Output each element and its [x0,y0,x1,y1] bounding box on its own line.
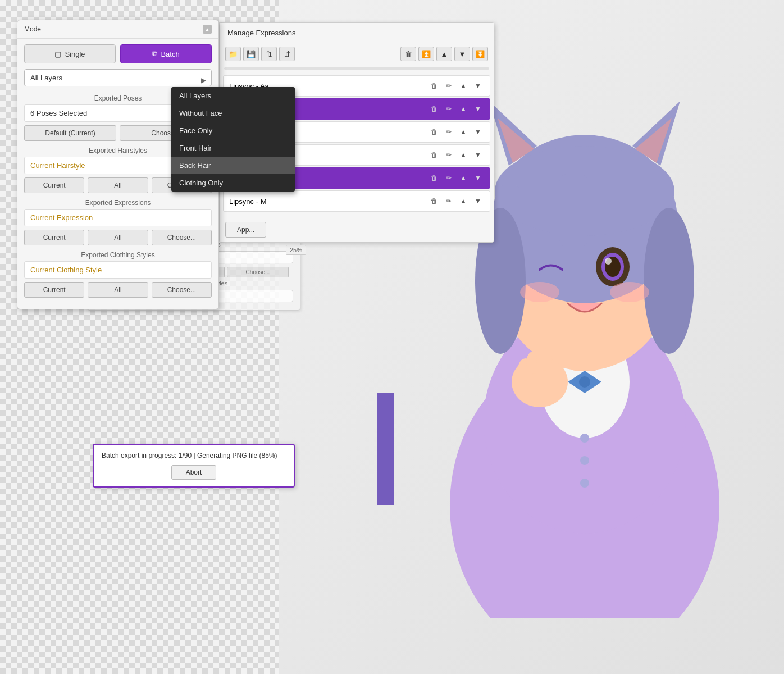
clothing-all-btn[interactable]: All [88,282,148,298]
sort-desc-btn[interactable]: ⇵ [279,47,295,61]
expr-aa-actions: 🗑 ✏ ▲ ▼ [428,80,484,92]
exported-clothing-label: Exported Clothing Styles [17,248,218,261]
expr-f-actions: 🗑 ✏ ▲ ▼ [428,149,484,161]
menu-item-without-face[interactable]: Without Face [171,104,295,122]
svg-point-26 [536,348,552,371]
svg-point-20 [605,258,612,265]
bg-choose-btn: Choose... [227,267,289,277]
expr-m-down[interactable]: ▼ [472,195,484,207]
expr-f-delete[interactable]: 🗑 [428,149,440,161]
expr-m-actions: 🗑 ✏ ▲ ▼ [428,195,484,207]
svg-rect-10 [559,174,587,247]
expr-l-delete[interactable]: 🗑 [428,172,440,184]
move-up-btn[interactable]: ▲ [436,47,452,61]
clothing-choose-btn[interactable]: Choose... [152,282,212,298]
menu-item-face-only[interactable]: Face Only [171,122,295,139]
apply-button[interactable]: App... [225,222,266,238]
expr-f-down[interactable]: ▼ [472,149,484,161]
svg-point-27 [580,434,589,443]
expr-ee-up[interactable]: ▲ [457,126,470,138]
open-folder-btn[interactable]: 📁 [225,47,241,61]
svg-point-29 [580,479,589,488]
expr-all-btn[interactable]: All [88,230,148,245]
batch-mode-btn[interactable]: ⧉ Batch [120,44,212,63]
menu-item-all-layers[interactable]: All Layers [171,87,295,104]
batch-mode-label: Batch [161,50,179,58]
batch-progress-panel: Batch export in progress: 1/90 | Generat… [93,444,295,488]
svg-point-28 [580,456,589,465]
single-mode-label: Single [65,50,85,58]
expressions-toolbar: 📁 💾 ⇅ ⇵ 🗑 ⏫ ▲ ▼ ⏬ [220,43,494,65]
expr-aa-edit[interactable]: ✏ [443,80,455,92]
main-panel-header: Mode ▲ [17,20,218,39]
save-btn[interactable]: 💾 [243,47,259,61]
svg-point-12 [644,208,694,354]
expr-d-actions: 🗑 ✏ ▲ ▼ [428,103,484,115]
current-expression-display: Current Expression [24,209,212,226]
expr-l-actions: 🗑 ✏ ▲ ▼ [428,172,484,184]
expr-d-delete[interactable]: 🗑 [428,103,440,115]
expr-choose-btn[interactable]: Choose... [152,230,212,245]
expr-label-m: Lipsync - M [229,197,428,206]
expr-ee-actions: 🗑 ✏ ▲ ▼ [428,126,484,138]
expr-ee-edit[interactable]: ✏ [443,126,455,138]
expr-d-up[interactable]: ▲ [457,103,470,115]
clothing-current-btn[interactable]: Current [24,282,84,298]
svg-point-22 [610,282,649,302]
batch-progress-text: Batch export in progress: 1/90 | Generat… [102,452,286,459]
expr-m-delete[interactable]: 🗑 [428,195,440,207]
expr-l-up[interactable]: ▲ [457,172,470,184]
expr-ee-down[interactable]: ▼ [472,126,484,138]
expr-current-btn[interactable]: Current [24,230,84,245]
expression-btn-group: Current All Choose... [17,230,218,248]
move-top-btn[interactable]: ⏫ [418,47,434,61]
expr-d-edit[interactable]: ✏ [443,103,455,115]
menu-item-front-hair[interactable]: Front Hair [171,139,295,157]
manage-expressions-title: Manage Expressions [220,23,494,43]
default-current-btn[interactable]: Default (Current) [24,125,116,141]
hair-current-btn[interactable]: Current [24,177,84,193]
expr-m-edit[interactable]: ✏ [443,195,455,207]
expr-ee-delete[interactable]: 🗑 [428,126,440,138]
current-clothing-display: Current Clothing Style [24,261,212,279]
batch-mode-icon: ⧉ [152,49,157,58]
expr-aa-down[interactable]: ▼ [472,80,484,92]
menu-item-clothing-only[interactable]: Clothing Only [171,174,295,192]
main-panel-close[interactable]: ▲ [203,25,212,34]
expr-aa-delete[interactable]: 🗑 [428,80,440,92]
expr-f-up[interactable]: ▲ [457,149,470,161]
expr-item-m[interactable]: Lipsync - M 🗑 ✏ ▲ ▼ [223,190,490,212]
expr-f-edit[interactable]: ✏ [443,149,455,161]
sort-asc-btn[interactable]: ⇅ [261,47,277,61]
mode-row: ▢ Single ⧉ Batch [17,39,218,69]
delete-expr-btn[interactable]: 🗑 [400,47,416,61]
layers-dropdown[interactable]: All Layers Without Face Face Only Front … [24,69,212,86]
single-mode-icon: ▢ [54,50,61,58]
layers-dropdown-menu: All Layers Without Face Face Only Front … [171,87,295,192]
single-mode-btn[interactable]: ▢ Single [24,44,116,63]
move-bottom-btn[interactable]: ⏬ [472,47,488,61]
svg-point-21 [520,282,559,302]
expr-m-up[interactable]: ▲ [457,195,470,207]
clothing-btn-group: Current All Choose... [17,282,218,300]
main-panel-title: Mode [24,25,41,33]
expr-l-edit[interactable]: ✏ [443,172,455,184]
menu-item-back-hair[interactable]: Back Hair [171,157,295,174]
expr-aa-up[interactable]: ▲ [457,80,470,92]
hair-all-btn[interactable]: All [88,177,148,193]
canvas-zoom-display: 25% [286,245,306,255]
svg-point-4 [579,376,590,388]
expr-separator [224,67,489,70]
expr-l-down[interactable]: ▼ [472,172,484,184]
move-down-btn[interactable]: ▼ [454,47,470,61]
exported-expressions-label: Exported Expressions [17,195,218,209]
expr-d-down[interactable]: ▼ [472,103,484,115]
expr-apply-row: App... [220,217,494,242]
abort-button[interactable]: Abort [171,465,216,480]
svg-rect-30 [377,393,394,506]
